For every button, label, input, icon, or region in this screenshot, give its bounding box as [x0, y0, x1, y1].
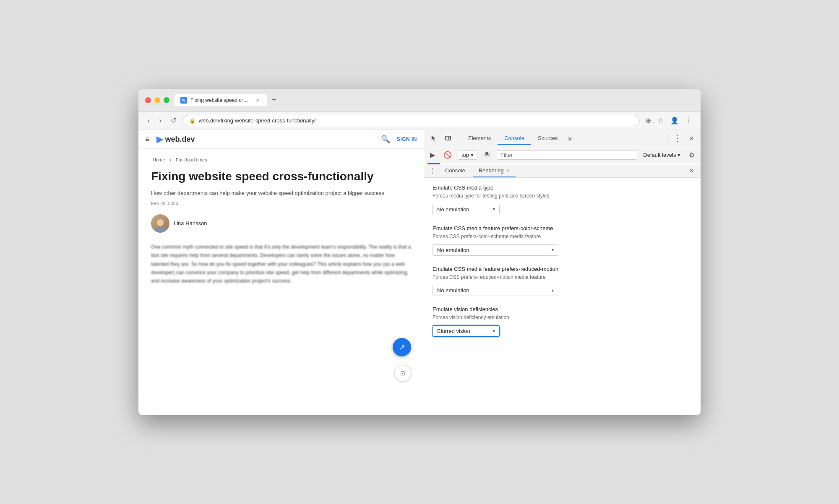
reduced-motion-desc: Forces CSS prefers-reduced-motion media …	[433, 274, 692, 281]
color-scheme-title: Emulate CSS media feature prefers-color-…	[433, 225, 692, 231]
inspect-element-button[interactable]	[427, 133, 440, 144]
console-settings-button[interactable]: ⚙	[686, 149, 697, 161]
media-type-desc: Forces media type for testing print and …	[433, 192, 692, 200]
refresh-button[interactable]: ↺	[168, 115, 179, 126]
frame-selector[interactable]: top ▾	[458, 150, 477, 160]
tab-elements[interactable]: Elements	[461, 132, 498, 145]
tab-sources[interactable]: Sources	[531, 132, 565, 145]
reduced-motion-select-wrapper: No emulation reduce	[433, 285, 558, 296]
rendering-panel-content: Emulate CSS media type Forces media type…	[424, 178, 701, 415]
tab-title: Fixing website speed cross-fu...	[190, 97, 251, 103]
vision-deficiencies-title: Emulate vision deficiencies	[433, 306, 692, 312]
devtools-tabs: Elements Console Sources »	[461, 132, 576, 145]
play-button[interactable]: ▶	[427, 149, 438, 161]
back-button[interactable]: ‹	[145, 115, 152, 126]
main-area: ≡ ▶ web.dev 🔍 SIGN IN Home › Fast load t…	[138, 130, 701, 415]
logo-icon: ▶	[156, 134, 163, 144]
forward-button[interactable]: ›	[156, 115, 164, 126]
feedback-button[interactable]: ⊡	[394, 365, 411, 382]
color-scheme-section: Emulate CSS media feature prefers-color-…	[433, 225, 692, 256]
svg-rect-0	[446, 136, 451, 140]
more-tabs-button[interactable]: »	[565, 132, 576, 145]
article-subtitle: How other departments can help make your…	[151, 189, 411, 197]
bottom-panel-close-button[interactable]: ×	[686, 165, 697, 177]
devtools-close-button[interactable]: ×	[686, 132, 697, 145]
hamburger-icon[interactable]: ≡	[145, 135, 150, 144]
maximize-traffic-light[interactable]	[164, 97, 169, 103]
webpage-toolbar: ≡ ▶ web.dev 🔍 SIGN IN	[138, 130, 424, 149]
device-toggle-button[interactable]	[442, 133, 454, 144]
share-button[interactable]: ↗	[393, 338, 411, 356]
author-row: Lina Hansson	[151, 214, 411, 233]
clear-console-button[interactable]: 🚫	[441, 149, 454, 161]
avatar	[151, 214, 169, 233]
logo-text: web.dev	[165, 135, 195, 144]
bottom-tab-console[interactable]: Console	[439, 164, 471, 177]
bottom-tabs-bar: ⋮ Console Rendering × ×	[424, 164, 701, 178]
title-bar: w Fixing website speed cross-fu... × +	[138, 89, 701, 112]
share-icon: ↗	[399, 343, 405, 352]
chrome-menu-button[interactable]: ⋮	[684, 115, 694, 126]
live-expressions-button[interactable]: 👁	[481, 149, 493, 161]
frame-selector-arrow: ▾	[471, 152, 474, 158]
tab-close-button[interactable]: ×	[254, 97, 261, 104]
close-traffic-light[interactable]	[145, 97, 151, 103]
traffic-lights	[145, 97, 169, 103]
article-date: Feb 28, 2020	[151, 201, 411, 206]
breadcrumb-home[interactable]: Home	[153, 157, 165, 162]
toolbar-divider	[458, 134, 458, 143]
media-type-select-wrapper: No emulation print screen	[433, 204, 500, 215]
color-scheme-desc: Forces CSS prefers-color-scheme media fe…	[433, 233, 692, 240]
media-type-select[interactable]: No emulation print screen	[433, 204, 500, 215]
devtools-settings-button[interactable]: ⋮	[671, 132, 684, 145]
cast-button[interactable]: ⊕	[644, 115, 653, 126]
color-scheme-select-wrapper: No emulation light dark	[433, 244, 558, 256]
author-name: Lina Hansson	[174, 220, 207, 226]
new-tab-button[interactable]: +	[268, 94, 280, 106]
account-button[interactable]: 👤	[669, 115, 680, 126]
bookmark-button[interactable]: ☆	[656, 115, 665, 126]
default-levels-button[interactable]: Default levels ▾	[641, 151, 683, 159]
feedback-icon: ⊡	[400, 370, 405, 377]
avatar-body	[156, 227, 165, 233]
site-logo: ▶ web.dev	[156, 134, 195, 144]
tab-bar: w Fixing website speed cross-fu... × +	[175, 94, 694, 106]
avatar-person	[154, 218, 166, 233]
webpage-content: Home › Fast load times Fixing website sp…	[138, 149, 424, 294]
breadcrumb-section[interactable]: Fast load times	[176, 157, 207, 162]
device-icon	[445, 135, 451, 142]
tab-favicon: w	[180, 97, 187, 104]
nav-actions: ⊕ ☆ 👤 ⋮	[644, 115, 694, 126]
reduced-motion-select[interactable]: No emulation reduce	[433, 285, 558, 296]
lock-icon: 🔒	[189, 118, 195, 124]
drag-handle-icon[interactable]: ⋮	[427, 165, 438, 177]
vision-deficiencies-section: Emulate vision deficiencies Forces visio…	[433, 306, 692, 337]
breadcrumb: Home › Fast load times	[151, 157, 411, 162]
search-icon[interactable]: 🔍	[381, 135, 390, 144]
nav-bar: ‹ › ↺ 🔒 web.dev/fixing-website-speed-cro…	[138, 112, 701, 130]
vision-deficiencies-select-wrapper: No vision deficiency Blurred vision Prot…	[433, 325, 500, 337]
address-bar[interactable]: 🔒 web.dev/fixing-website-speed-cross-fun…	[183, 115, 640, 126]
sign-in-button[interactable]: SIGN IN	[397, 136, 417, 142]
reduced-motion-section: Emulate CSS media feature prefers-reduce…	[433, 266, 692, 296]
webpage-panel: ≡ ▶ web.dev 🔍 SIGN IN Home › Fast load t…	[138, 130, 424, 415]
console-filter-input[interactable]	[497, 150, 637, 160]
media-type-section: Emulate CSS media type Forces media type…	[433, 184, 692, 215]
address-url: web.dev/fixing-website-speed-cross-funct…	[199, 117, 316, 124]
reduced-motion-title: Emulate CSS media feature prefers-reduce…	[433, 266, 692, 272]
active-tab[interactable]: w Fixing website speed cross-fu... ×	[175, 94, 267, 106]
devtools-toolbar: Elements Console Sources » ⋮ ×	[424, 130, 701, 147]
bottom-tab-rendering[interactable]: Rendering ×	[473, 164, 516, 177]
breadcrumb-separator: ›	[169, 157, 171, 162]
cursor-icon	[430, 135, 437, 142]
vision-deficiencies-select[interactable]: No vision deficiency Blurred vision Prot…	[433, 325, 500, 337]
devtools-panel: Elements Console Sources » ⋮ × ▶ 🚫 top ▾…	[424, 130, 701, 415]
rendering-tab-close[interactable]: ×	[507, 168, 510, 174]
toolbar-divider-2	[667, 134, 667, 143]
avatar-head	[157, 219, 164, 226]
color-scheme-select[interactable]: No emulation light dark	[433, 244, 558, 256]
minimize-traffic-light[interactable]	[154, 97, 160, 103]
browser-window: w Fixing website speed cross-fu... × + ‹…	[138, 89, 701, 415]
tab-console[interactable]: Console	[498, 132, 531, 145]
vision-deficiencies-desc: Forces vision deficiency emulation	[433, 314, 692, 321]
